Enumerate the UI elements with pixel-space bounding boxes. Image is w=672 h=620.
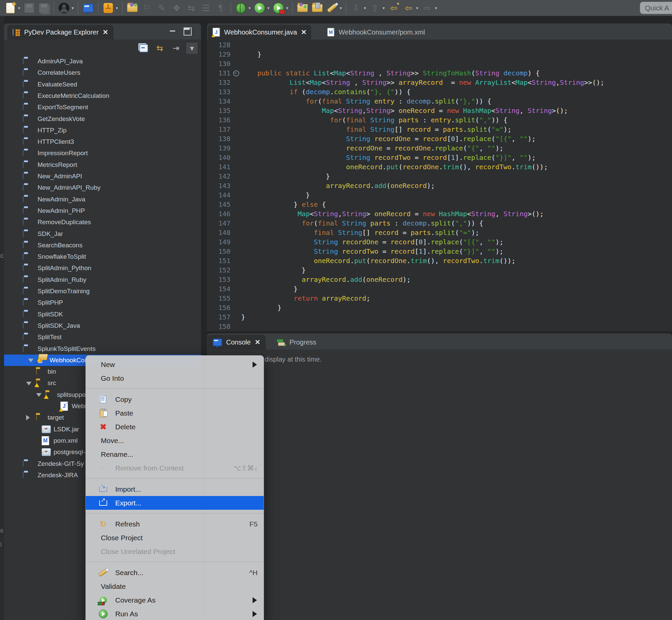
menu-item-coverage-as[interactable]: Coverage As	[86, 593, 264, 607]
tab-pydev-package-explorer[interactable]: PyDev Package Explorer ✕	[7, 25, 114, 40]
tree-item-splittest[interactable]: SplitTest	[4, 331, 201, 343]
code-editor[interactable]: 128129 }130131 public static List<Map<St…	[207, 40, 672, 331]
tree-item-splitadmin-python[interactable]: SplitAdmin_Python	[4, 262, 201, 274]
maximize-panel-icon[interactable]	[183, 28, 191, 36]
close-editor-tab-icon[interactable]: ✕	[301, 28, 307, 36]
menu-item-close-project[interactable]: Close Project	[86, 531, 264, 545]
tree-item-newadmin-java[interactable]: NewAdmin_Java	[4, 194, 201, 205]
tree-item-label: SplunkToSplitEvents	[38, 345, 96, 353]
profile-button[interactable]	[273, 2, 284, 14]
forward-button-dropdown-icon[interactable]: ▾	[435, 6, 437, 10]
open-folder-debug-button[interactable]	[127, 2, 138, 14]
menu-item-rename[interactable]: Rename...	[86, 448, 264, 461]
focus-view-icon[interactable]: ⇥	[170, 43, 181, 54]
menu-item-validate[interactable]: Validate	[86, 579, 264, 593]
menu-item-label: Delete	[115, 423, 136, 431]
split-tool-button-dropdown-icon[interactable]: ▾	[116, 6, 118, 10]
view-menu-icon[interactable]: ▾	[186, 43, 198, 54]
highlight-marker-button-dropdown-icon[interactable]: ▾	[340, 6, 342, 10]
tree-item-metricsreport[interactable]: MetricsReport	[4, 159, 201, 170]
tree-item-httpclient3[interactable]: HTTPClient3	[4, 136, 201, 148]
link-with-editor-icon[interactable]: ⇆	[154, 43, 166, 54]
menu-item-paste[interactable]: Paste	[86, 406, 264, 420]
tree-item-exporttosegment[interactable]: ExportToSegment	[4, 102, 201, 113]
chevron-down-icon[interactable]	[26, 382, 32, 385]
chevron-down-icon[interactable]	[28, 359, 34, 362]
console-message: display at this time.	[265, 356, 322, 363]
tree-item-correlateusers[interactable]: CorrelateUsers	[4, 67, 201, 79]
last-edit-location-button[interactable]: ⇦	[388, 2, 399, 14]
tab-progress[interactable]: Progress	[271, 335, 322, 350]
tree-item-splitdemotraining[interactable]: SplitDemoTraining	[4, 286, 201, 297]
menu-item-new[interactable]: New	[86, 358, 264, 371]
minimize-panel-icon[interactable]	[169, 28, 176, 34]
run-button-dropdown-icon[interactable]: ▾	[267, 6, 269, 10]
tree-item-new-adminapi[interactable]: New_AdminAPI	[4, 170, 201, 182]
menu-item-label: Coverage As	[115, 596, 156, 604]
code-text: for(final String parts : decomp.split(",…	[241, 219, 484, 227]
tree-item-splitsdk-java[interactable]: SplitSDK_Java	[4, 320, 201, 331]
quick-access-box[interactable]: Quick A	[640, 2, 672, 14]
tree-item-removeduplicates[interactable]: RemoveDuplicates	[4, 216, 201, 228]
tree-item-splunktosplitevents[interactable]: SplunkToSplitEvents	[4, 343, 201, 355]
code-text: }	[241, 191, 310, 199]
minimized-view-rail[interactable]: C0|	[0, 16, 4, 620]
tree-item-evaluateseed[interactable]: EvaluateSeed	[4, 79, 201, 90]
line-number: 154	[207, 285, 230, 293]
prev-annotation-button-dropdown-icon[interactable]: ▾	[383, 6, 385, 10]
menu-item-copy[interactable]: Copy	[86, 393, 264, 406]
menu-item-export[interactable]: ↗Export...	[86, 496, 264, 510]
back-button-dropdown-icon[interactable]: ▾	[416, 6, 418, 10]
line-number: 152	[207, 266, 230, 274]
split-tool-button[interactable]	[103, 2, 114, 14]
menu-item-go-into[interactable]: Go Into	[86, 371, 264, 385]
menu-item-refresh[interactable]: ↻RefreshF5	[86, 517, 264, 531]
line-number: 143	[207, 182, 230, 190]
tree-item-splitadmin-ruby[interactable]: SplitAdmin_Ruby	[4, 274, 201, 286]
tree-item-new-adminapi-ruby[interactable]: New_AdminAPI_Ruby	[4, 182, 201, 193]
open-console-button[interactable]	[82, 2, 94, 14]
tree-item-sdk-jar[interactable]: SDK_Jar	[4, 228, 201, 240]
menu-item-label: Rename...	[101, 451, 133, 459]
tab-webhookconsumer-java[interactable]: J WebhookConsumer.java ✕	[208, 25, 311, 40]
chevron-down-icon[interactable]	[36, 393, 42, 397]
tree-item-splitsdk[interactable]: SplitSDK	[4, 309, 201, 320]
close-explorer-icon[interactable]: ✕	[103, 28, 108, 36]
profile-button-dropdown-icon[interactable]: ▾	[286, 6, 288, 10]
menu-item-import[interactable]: ↘Import...	[86, 482, 264, 496]
tab-console[interactable]: Console ✕	[207, 335, 266, 350]
tree-item-newadmin-php[interactable]: NewAdmin_PHP	[4, 205, 201, 216]
next-annotation-button-dropdown-icon[interactable]: ▾	[364, 6, 366, 10]
tree-item-impressionreport[interactable]: ImpressionReport	[4, 148, 201, 159]
tree-item-adminapi-java[interactable]: AdminAPI_Java	[4, 56, 201, 67]
menu-item-search[interactable]: Search...^H	[86, 566, 264, 579]
tree-item-getzendeskvote[interactable]: GetZendeskVote	[4, 113, 201, 125]
chevron-right-icon[interactable]	[26, 415, 30, 420]
tree-item-snowflaketosplit[interactable]: SnowflakeToSplit	[4, 251, 201, 262]
run-button[interactable]	[254, 2, 265, 14]
menu-item-run-as[interactable]: Run As	[86, 607, 264, 620]
menu-item-label: Close Project	[101, 534, 143, 542]
tab-pom-xml[interactable]: M WebhookConsumer/pom.xml	[322, 25, 430, 40]
menu-item-move[interactable]: Move...	[86, 434, 264, 448]
debug-button-dropdown-icon[interactable]: ▾	[248, 6, 250, 10]
collapse-all-icon[interactable]	[138, 43, 150, 54]
back-button[interactable]: ⇦	[403, 2, 414, 14]
code-line-128: 128	[207, 40, 672, 50]
tree-item-http-zip[interactable]: HTTP_Zip	[4, 125, 201, 136]
tree-item-searchbeacons[interactable]: SearchBeacons	[4, 240, 201, 251]
user-profile-button[interactable]	[58, 2, 70, 14]
user-profile-button-dropdown-icon[interactable]: ▾	[72, 6, 74, 10]
tree-item-splitphp[interactable]: SplitPHP	[4, 297, 201, 308]
close-console-icon[interactable]: ✕	[255, 338, 260, 346]
menu-item-delete[interactable]: ✖Delete	[86, 420, 264, 434]
tree-item-label: bin	[48, 368, 56, 375]
new-wizard-button-dropdown-icon[interactable]: ▾	[18, 6, 20, 10]
tree-item-executemetriccalculation[interactable]: ExecuteMetricCalculation	[4, 90, 201, 102]
new-wizard-button[interactable]	[5, 2, 16, 14]
highlight-marker-button[interactable]	[326, 2, 338, 14]
open-task-button[interactable]	[312, 2, 323, 14]
line-number: 132	[207, 79, 230, 87]
open-type-button[interactable]	[297, 2, 308, 14]
debug-button[interactable]	[235, 2, 246, 14]
